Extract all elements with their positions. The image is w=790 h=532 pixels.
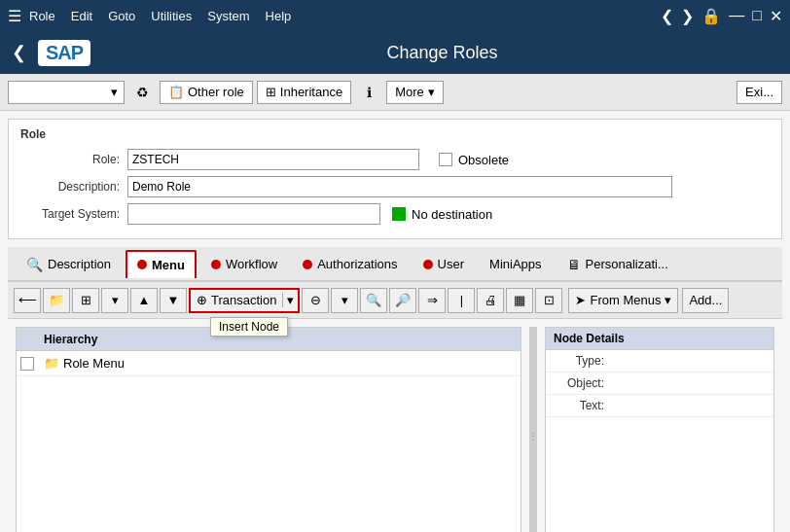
text-label: Text: [554,399,612,412]
menu-dot-icon [137,260,147,269]
search-button[interactable]: 🔍 [360,288,387,313]
table-row[interactable]: 📁 Role Menu [17,351,521,376]
role-menu-label: Role Menu [63,356,125,371]
info-button[interactable]: ℹ [355,81,382,104]
expand-arrow-button[interactable]: ▾ [101,288,128,313]
more-arrow-icon: ▾ [428,85,435,99]
tab-miniapps-label: MiniApps [489,257,541,271]
content-area: Role Role: Obsolete Description: Target … [0,111,790,532]
pipe-button[interactable]: | [448,288,475,313]
exit-label: Exi... [745,85,773,99]
down-button[interactable]: ▼ [160,288,187,313]
move-left-button[interactable]: ⟵ [14,288,41,313]
transaction-plus-icon: ⊕ [197,293,207,307]
lock-icon[interactable]: 🔒 [701,7,721,25]
row-checkbox[interactable] [20,357,44,371]
target-system-label: Target System: [20,207,127,221]
hierarchy-panel: Hierarchy 📁 Role Menu [16,327,521,532]
action-toolbar: ⟵ 📁 ⊞ ▾ ▲ ▼ ⊕ Transaction ▾ ⊖ ▾ 🔍 🔎 ⇒ | … [8,282,782,319]
transaction-button[interactable]: ⊕ Transaction ▾ [189,288,300,313]
exit-button[interactable]: Exi... [736,81,782,104]
other-role-button[interactable]: 📋 Other role [160,81,253,104]
folder-button[interactable]: 📁 [43,288,70,313]
obsolete-checkbox[interactable] [439,153,452,166]
tab-user[interactable]: User [413,250,475,277]
close-icon[interactable]: ✕ [770,7,782,25]
refresh-button[interactable]: ♻ [128,81,156,104]
grid-button[interactable]: ⊞ [72,288,99,313]
transaction-label: Transaction [211,293,276,307]
from-menus-button[interactable]: ➤ From Menus ▾ [568,288,678,313]
nav-left-icon[interactable]: ❮ [661,7,673,25]
delete-button[interactable]: ⊖ [302,288,329,313]
obsolete-row: Obsolete [439,153,509,167]
more-button[interactable]: More ▾ [386,81,444,104]
maximize-icon[interactable]: □ [752,7,762,24]
role-section-title: Role [20,127,770,141]
nav-right-icon[interactable]: ❯ [681,7,694,25]
menu-goto[interactable]: Goto [108,9,135,23]
node-details-panel: Node Details Type: Object: Text: [545,327,774,532]
tab-miniapps[interactable]: MiniApps [479,250,552,277]
object-row: Object: [546,372,773,395]
tab-menu-label: Menu [152,258,185,272]
no-destination-label: No destination [412,207,492,222]
target-system-input[interactable] [127,203,380,225]
description-label: Description: [20,180,127,194]
other-role-icon: 📋 [168,85,184,99]
insert-node-tooltip: Insert Node [210,317,288,337]
up-button[interactable]: ▲ [130,288,158,313]
tab-personalization-label: Personalizati... [586,257,668,271]
role-input[interactable] [127,149,419,170]
transaction-dropdown[interactable]: ▾ [283,293,298,307]
tab-workflow-label: Workflow [226,257,277,271]
tab-menu[interactable]: Menu [126,250,197,278]
description-row: Description: [20,176,770,197]
page-title: Change Roles [106,43,778,63]
transaction-main[interactable]: ⊕ Transaction [191,293,283,307]
tab-description-label: Description [48,257,111,271]
role-row: Role: Obsolete [20,149,770,170]
inheritance-label: Inheritance [280,85,342,99]
back-button[interactable]: ❮ [12,42,26,63]
tech-button[interactable]: ⊡ [535,288,562,313]
menu-utilities[interactable]: Utilities [151,9,192,23]
tab-personalization[interactable]: 🖥 Personalizati... [557,250,679,278]
minimize-icon[interactable]: — [729,7,744,24]
delete-arrow-button[interactable]: ▾ [331,288,358,313]
no-destination-indicator: No destination [392,207,492,222]
tab-description[interactable]: 🔍 Description [16,250,122,278]
description-input[interactable] [127,176,672,197]
obsolete-label: Obsolete [458,153,509,167]
node-details-header: Node Details [546,328,773,350]
filter-button[interactable]: ⇒ [418,288,446,313]
menu-role[interactable]: Role [29,9,55,23]
title-bar: ☰ Role Edit Goto Utilities System Help ❮… [0,0,790,31]
transaction-arrow-icon: ▾ [287,293,294,307]
toolbar-dropdown[interactable]: ▾ [8,81,125,104]
inheritance-button[interactable]: ⊞ Inheritance [257,81,351,104]
search-plus-button[interactable]: 🔎 [389,288,416,313]
menu-help[interactable]: Help [266,9,292,23]
more-label: More [395,85,424,99]
tab-authorizations[interactable]: Authorizations [292,250,408,277]
add-button[interactable]: Add... [682,288,729,313]
tab-authorizations-label: Authorizations [317,257,397,271]
green-status-icon [392,207,406,221]
print-button[interactable]: 🖨 [477,288,504,313]
bar-chart-button[interactable]: ▦ [506,288,533,313]
dropdown-arrow-icon: ▾ [111,85,118,99]
workflow-dot-icon [211,260,221,269]
menu-edit[interactable]: Edit [71,9,92,23]
tabs-bar: 🔍 Description Menu Workflow Authorizatio… [8,247,782,282]
table-container: Hierarchy 📁 Role Menu ⋮ Node Details Typ… [8,319,782,532]
menu-system[interactable]: System [207,9,249,23]
panel-separator[interactable]: ⋮ [529,327,537,532]
personalization-icon: 🖥 [567,257,581,272]
add-label: Add... [689,293,722,307]
toolbar: ▾ ♻ 📋 Other role ⊞ Inheritance ℹ More ▾ … [0,74,790,111]
type-row: Type: [546,350,773,372]
tab-workflow[interactable]: Workflow [200,250,288,277]
hamburger-icon[interactable]: ☰ [8,7,21,25]
target-system-row: Target System: No destination [20,203,770,225]
